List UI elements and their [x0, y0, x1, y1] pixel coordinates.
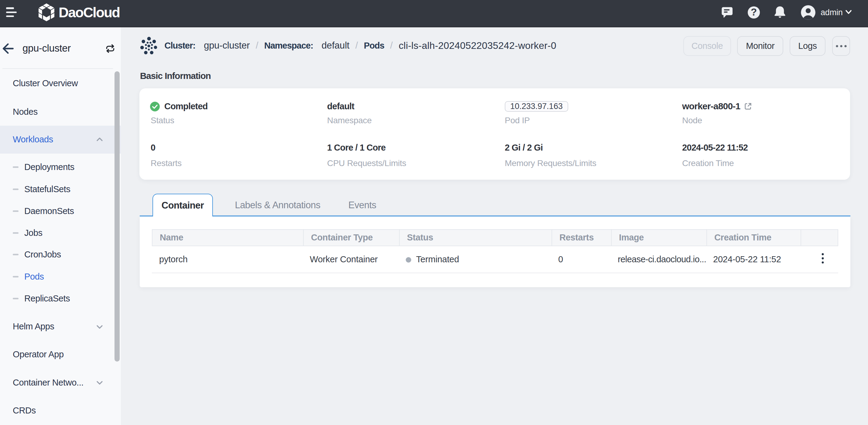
svg-text:?: ? — [751, 6, 757, 18]
